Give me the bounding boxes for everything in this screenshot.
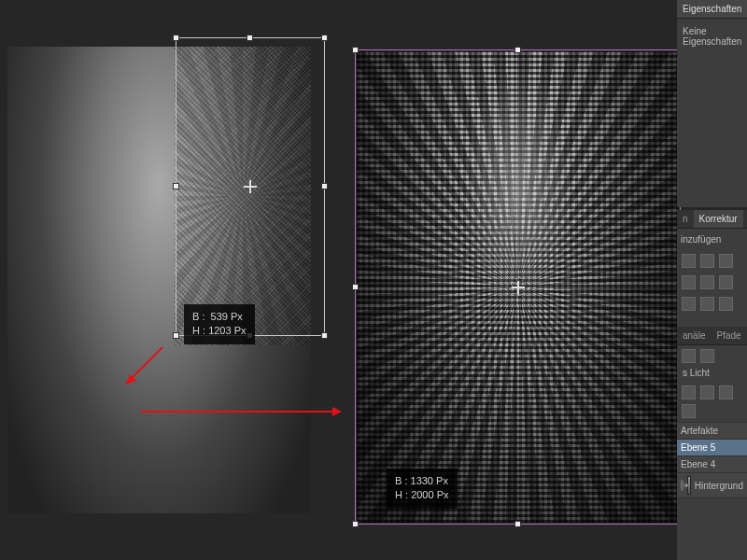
tab-paths[interactable]: Pfade [711,327,746,344]
layer-hintergrund[interactable]: Hintergrund [677,473,747,498]
blend-mode-select[interactable]: s Licht [683,368,710,378]
transform-handle[interactable] [352,521,359,527]
transform-handle[interactable] [247,35,253,41]
adjustment-icons-row-3 [677,293,747,315]
tab-n[interactable]: n [677,210,694,228]
tab-corrections[interactable]: Korrektur [694,210,743,228]
center-indicator-icon [244,180,257,193]
properties-body: Keine Eigenschaften [677,21,747,207]
adjustment-preset-icon[interactable] [682,254,696,268]
height-label: H : [395,489,408,500]
annotation-arrow-large [141,405,356,424]
lock-brush-icon[interactable] [700,385,714,399]
transform-handle[interactable] [321,332,328,339]
transform-handle[interactable] [514,521,521,527]
properties-panel[interactable]: Eigenschaften Info [677,0,747,21]
adjustment-preset-icon[interactable] [700,297,714,311]
thumbnail-icon[interactable] [700,349,714,363]
transform-box-right[interactable] [355,49,681,525]
adjustment-preset-icon[interactable] [719,275,733,289]
annotation-arrow-small [126,336,191,392]
lock-transparent-icon[interactable] [682,385,696,399]
height-label: H : [192,325,205,336]
lock-all-icon[interactable] [682,404,696,418]
transform-handle[interactable] [321,35,328,41]
no-properties-label: Keine Eigenschaften [677,21,747,52]
layer-ebene-5[interactable]: Ebene 5 [677,440,747,456]
adjustment-preset-icon[interactable] [719,254,733,268]
transform-handle[interactable] [352,47,359,53]
layer-label: Artefakte [681,426,718,436]
adjustments-panel[interactable]: n Korrektur inzufügen [677,210,747,327]
adjustment-icons-row-1 [677,250,747,272]
height-value: 1203 Px [208,325,246,336]
adjustment-preset-icon[interactable] [682,275,696,289]
adjustment-preset-icon[interactable] [682,297,696,311]
height-value: 2000 Px [411,489,448,500]
transform-handle[interactable] [321,183,328,189]
dimensions-readout-right: B : 1330 Px H : 2000 Px [387,469,458,509]
transform-handle[interactable] [173,183,179,189]
width-value: 1330 Px [411,475,448,486]
lock-move-icon[interactable] [719,385,733,399]
adjustment-preset-icon[interactable] [700,275,714,289]
visibility-eye-icon[interactable] [681,480,684,491]
layer-label: Ebene 4 [681,459,715,469]
width-value: 539 Px [211,311,243,322]
tab-channels[interactable]: anäle [677,327,711,344]
filter-icon[interactable] [682,349,696,363]
transform-handle[interactable] [173,35,179,41]
layer-ebene-4[interactable]: Ebene 4 [677,456,747,473]
transform-handle[interactable] [514,47,521,53]
center-indicator-icon [512,281,525,294]
layer-label: Hintergrund [695,481,743,491]
transform-handle[interactable] [352,284,359,290]
tab-properties[interactable]: Eigenschaften [677,0,747,18]
transform-box-left[interactable] [176,37,325,336]
adjustment-icons-row-2 [677,272,747,293]
layer-group-artefakte[interactable]: Artefakte [677,423,747,440]
width-label: B : [192,311,204,322]
layer-label: Ebene 5 [681,442,715,453]
layers-panel[interactable]: s Licht Artefakte Ebene 5 Ebene 4 Hinter… [677,364,747,560]
add-adjustment-label: inzufügen [681,234,743,245]
canvas-area[interactable]: B : 539 Px H : 1203 Px B : 1330 Px H : 2… [0,0,747,560]
adjustment-preset-icon[interactable] [700,254,714,268]
width-label: B : [395,475,407,486]
adjustment-preset-icon[interactable] [719,297,733,311]
channels-panel[interactable]: anäle Pfade [677,327,747,364]
dimensions-readout-left: B : 539 Px H : 1203 Px [184,304,255,344]
